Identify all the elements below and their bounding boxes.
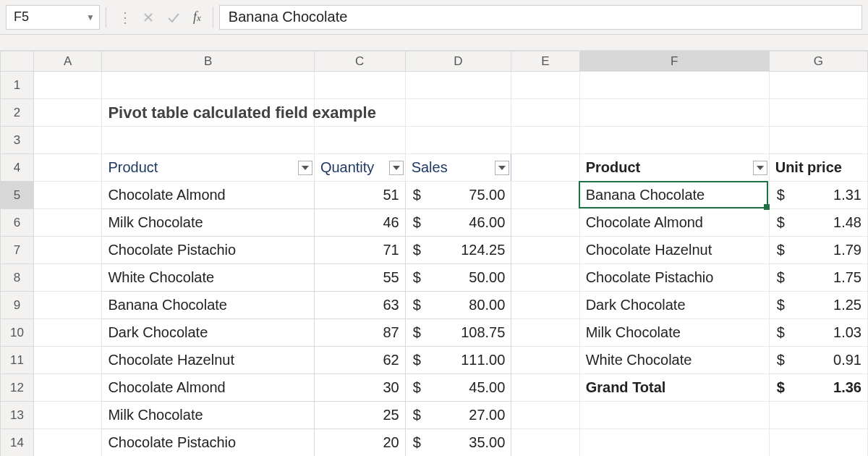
table-cell-product[interactable]: White Chocolate	[102, 264, 314, 292]
pivot-row-value[interactable]: $1.79	[769, 237, 867, 264]
row-header[interactable]: 9	[1, 292, 34, 319]
cell-F4[interactable]: Product	[579, 154, 769, 182]
pivot-row-label[interactable]: Chocolate Pistachio	[579, 264, 769, 292]
filter-button[interactable]	[753, 161, 767, 175]
column-header-F[interactable]: F	[579, 51, 769, 72]
table-cell-product[interactable]: Chocolate Pistachio	[102, 237, 314, 264]
filter-button[interactable]	[389, 161, 404, 175]
table-cell-sales[interactable]: $35.00	[405, 429, 511, 457]
cell-E6[interactable]	[511, 209, 579, 237]
table-cell-sales[interactable]: $27.00	[405, 402, 511, 429]
table-cell-quantity[interactable]: 55	[314, 264, 405, 292]
cell-E2[interactable]	[511, 99, 579, 127]
table-cell-quantity[interactable]: 46	[314, 209, 405, 237]
insert-function-icon[interactable]: fx	[193, 9, 201, 25]
options-icon[interactable]: ⋮	[118, 9, 129, 26]
cell-E14[interactable]	[511, 429, 579, 457]
cell-B3[interactable]	[102, 127, 314, 154]
column-header-E[interactable]: E	[511, 51, 579, 72]
row-header[interactable]: 8	[1, 264, 34, 292]
cell-A2[interactable]	[34, 99, 102, 127]
row-header[interactable]: 1	[1, 72, 34, 99]
cell-G13[interactable]	[769, 402, 867, 429]
cell-A8[interactable]	[34, 264, 102, 292]
cell-G14[interactable]	[769, 429, 867, 457]
cell-C3[interactable]	[314, 127, 405, 154]
table-cell-quantity[interactable]: 87	[314, 319, 405, 347]
row-header[interactable]: 7	[1, 237, 34, 264]
cell-A12[interactable]	[34, 374, 102, 402]
formula-input[interactable]: Banana Chocolate	[219, 5, 862, 30]
select-all-corner[interactable]	[1, 51, 34, 72]
table-cell-product[interactable]: Chocolate Hazelnut	[102, 347, 314, 374]
column-header-D[interactable]: D	[405, 51, 511, 72]
table-cell-product[interactable]: Chocolate Almond	[102, 182, 314, 209]
column-header-A[interactable]: A	[34, 51, 102, 72]
column-header-G[interactable]: G	[769, 51, 867, 72]
row-header[interactable]: 13	[1, 402, 34, 429]
enter-icon[interactable]	[167, 12, 180, 23]
row-header[interactable]: 6	[1, 209, 34, 237]
cell-G4[interactable]: Unit price	[769, 154, 867, 182]
table-cell-sales[interactable]: $124.25	[405, 237, 511, 264]
table-cell-product[interactable]: Chocolate Pistachio	[102, 429, 314, 457]
cell-A13[interactable]	[34, 402, 102, 429]
cell-F14[interactable]	[579, 429, 769, 457]
cell-E13[interactable]	[511, 402, 579, 429]
table-cell-product[interactable]: Milk Chocolate	[102, 402, 314, 429]
column-header-B[interactable]: B	[102, 51, 314, 72]
pivot-row-label[interactable]: Chocolate Almond	[579, 209, 769, 237]
filter-button[interactable]	[495, 161, 509, 175]
cell-E5[interactable]	[511, 182, 579, 209]
pivot-grand-total-value[interactable]: $1.36	[769, 374, 867, 402]
table-cell-sales[interactable]: $111.00	[405, 347, 511, 374]
name-box[interactable]: F5 ▼	[6, 5, 100, 30]
pivot-row-label[interactable]: Dark Chocolate	[579, 292, 769, 319]
pivot-row-value[interactable]: $1.31	[769, 182, 867, 209]
row-header[interactable]: 5	[1, 182, 34, 209]
cell-F3[interactable]	[579, 127, 769, 154]
row-header[interactable]: 11	[1, 347, 34, 374]
cell-F13[interactable]	[579, 402, 769, 429]
table-cell-sales[interactable]: $80.00	[405, 292, 511, 319]
table-cell-quantity[interactable]: 63	[314, 292, 405, 319]
row-header[interactable]: 14	[1, 429, 34, 457]
table-cell-quantity[interactable]: 30	[314, 374, 405, 402]
column-header-C[interactable]: C	[314, 51, 405, 72]
pivot-row-label[interactable]: Banana Chocolate	[579, 182, 769, 209]
cell-A10[interactable]	[34, 319, 102, 347]
table-cell-sales[interactable]: $108.75	[405, 319, 511, 347]
table-cell-sales[interactable]: $50.00	[405, 264, 511, 292]
cell-A4[interactable]	[34, 154, 102, 182]
cell-A11[interactable]	[34, 347, 102, 374]
cell-G2[interactable]	[769, 99, 867, 127]
cell-E1[interactable]	[511, 72, 579, 99]
pivot-row-label[interactable]: Chocolate Hazelnut	[579, 237, 769, 264]
cell-A6[interactable]	[34, 209, 102, 237]
cell-E10[interactable]	[511, 319, 579, 347]
table-cell-sales[interactable]: $75.00	[405, 182, 511, 209]
cell-A5[interactable]	[34, 182, 102, 209]
table-cell-product[interactable]: Milk Chocolate	[102, 209, 314, 237]
filter-button[interactable]	[298, 161, 312, 175]
cell-D1[interactable]	[405, 72, 511, 99]
pivot-row-label[interactable]: White Chocolate	[579, 347, 769, 374]
table-cell-product[interactable]: Chocolate Almond	[102, 374, 314, 402]
cell-A9[interactable]	[34, 292, 102, 319]
spreadsheet-grid[interactable]: ABCDEFG 12Pivot table calculated field e…	[0, 51, 868, 456]
cell-G3[interactable]	[769, 127, 867, 154]
table-cell-quantity[interactable]: 51	[314, 182, 405, 209]
cell-B1[interactable]	[102, 72, 314, 99]
table-cell-product[interactable]: Banana Chocolate	[102, 292, 314, 319]
cancel-icon[interactable]	[142, 12, 154, 23]
row-header[interactable]: 10	[1, 319, 34, 347]
cell-C1[interactable]	[314, 72, 405, 99]
pivot-row-value[interactable]: $0.91	[769, 347, 867, 374]
cell-G1[interactable]	[769, 72, 867, 99]
cell-C4[interactable]: Quantity	[314, 154, 405, 182]
cell-E3[interactable]	[511, 127, 579, 154]
table-cell-quantity[interactable]: 62	[314, 347, 405, 374]
cell-D2[interactable]	[405, 99, 511, 127]
cell-F1[interactable]	[579, 72, 769, 99]
cell-A14[interactable]	[34, 429, 102, 457]
